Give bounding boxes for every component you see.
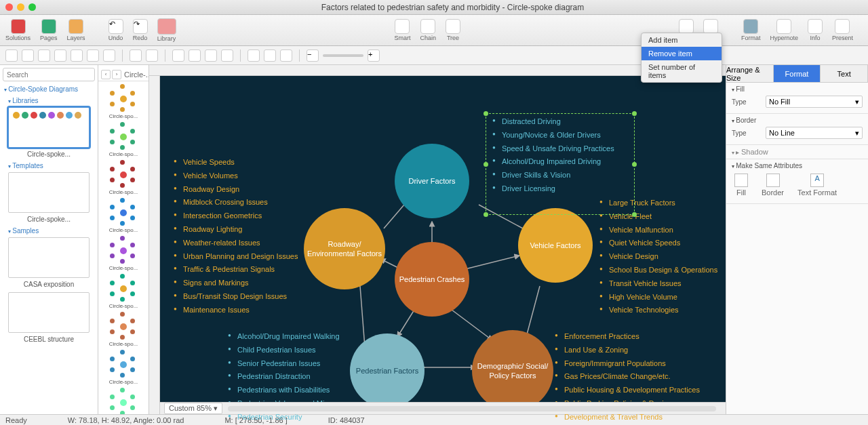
list-item[interactable]: High Vehicle Volume — [599, 291, 717, 304]
list-item[interactable]: Vehicle Technologies — [599, 304, 717, 317]
selection-handle[interactable] — [484, 212, 488, 217]
nav-fwd-icon[interactable]: › — [112, 70, 121, 79]
shape-item[interactable]: Circle-spo... — [98, 351, 149, 385]
shape-item[interactable]: Circle-spo... — [98, 161, 149, 195]
pen-tool[interactable] — [87, 49, 99, 62]
list-item[interactable]: Transit Vehicle Issues — [599, 277, 717, 291]
tab-text[interactable]: Text — [821, 65, 868, 82]
zoom-icon[interactable] — [28, 3, 36, 11]
list-item[interactable]: Roadway Design — [174, 183, 298, 197]
list-item[interactable]: Gas Prices/Climate Change/etc. — [555, 370, 700, 384]
smart-button[interactable]: Smart — [394, 19, 410, 41]
selection-marquee[interactable] — [486, 113, 635, 215]
canvas[interactable]: Pedestrian Crashes Driver Factors Roadwa… — [160, 76, 726, 414]
nav-back-icon[interactable]: ‹ — [101, 70, 111, 79]
fill-type-select[interactable]: No Fill▾ — [766, 96, 863, 108]
list-item[interactable]: Quiet Vehicle Speeds — [599, 237, 717, 250]
fill-tool[interactable] — [146, 49, 158, 62]
search-input[interactable] — [3, 68, 95, 81]
pages-button[interactable]: Pages — [40, 19, 58, 41]
shape-item[interactable]: Circle-spo... — [98, 199, 149, 233]
list-item[interactable]: Enforcement Practices — [555, 330, 700, 344]
zoom-select[interactable]: Custom 85% ▾ — [164, 403, 222, 414]
attr-text-button[interactable]: AText Format — [797, 174, 837, 197]
zoom-out-icon[interactable]: − — [307, 49, 319, 62]
rotate-tool[interactable] — [264, 49, 276, 62]
shape-item[interactable]: Circle-spo... — [98, 85, 149, 119]
shape-item[interactable]: Circle-spo... — [98, 389, 149, 414]
list-item[interactable]: School Bus Design & Operations — [599, 264, 717, 277]
vehicle-node[interactable]: Vehicle Factors — [518, 208, 593, 283]
pointer-tool[interactable] — [5, 49, 18, 62]
center-node[interactable]: Pedestrian Crashes — [395, 242, 469, 317]
list-item[interactable]: Child Pedestrian Issues — [228, 344, 340, 357]
hand-tool[interactable] — [248, 49, 260, 62]
list-item[interactable]: Traffic & Pedestrian Signals — [174, 263, 298, 277]
shape-item[interactable]: Circle-spo... — [98, 123, 149, 157]
eyedropper-tool[interactable] — [280, 49, 292, 62]
selection-handle[interactable] — [632, 212, 637, 217]
list-item[interactable]: Weather-related Issues — [174, 237, 298, 250]
group-tool[interactable] — [172, 49, 184, 62]
horizontal-scrollbar[interactable] — [228, 406, 716, 411]
list-item[interactable]: Bus/Transit Stop Design Issues — [174, 290, 298, 304]
selection-handle[interactable] — [484, 111, 488, 116]
demographic-node[interactable]: Demographic/ Social/ Policy Factors — [472, 330, 553, 411]
list-item[interactable]: Vehicle Malfunction — [599, 224, 717, 237]
solutions-button[interactable]: Solutions — [5, 19, 31, 41]
align-tool[interactable] — [205, 49, 217, 62]
shapes-tab[interactable]: ‹› Circle-... — [98, 68, 149, 81]
menu-remove-item[interactable]: Remove item — [642, 47, 722, 60]
list-item[interactable]: Pedestrian Distraction — [228, 370, 340, 384]
window-controls[interactable] — [5, 3, 36, 11]
border-type-select[interactable]: No Line▾ — [766, 127, 863, 139]
menu-set-number[interactable]: Set number of items — [642, 60, 722, 82]
selection-handle[interactable] — [484, 162, 488, 167]
border-section[interactable]: Border — [732, 117, 863, 124]
make-same-section[interactable]: Make Same Attributes — [732, 162, 863, 169]
list-item[interactable]: Urban Planning and Design Issues — [174, 250, 298, 264]
list-item[interactable]: Land Use & Zoning — [555, 344, 700, 357]
list-item[interactable]: Signs and Markings — [174, 277, 298, 290]
ellipse-tool[interactable] — [54, 49, 66, 62]
samples-section[interactable]: Samples — [8, 227, 95, 235]
attr-border-button[interactable]: Border — [762, 174, 784, 197]
zoom-slider[interactable] — [323, 54, 363, 57]
ungroup-tool[interactable] — [189, 49, 201, 62]
shape-item[interactable]: Circle-spo... — [98, 237, 149, 271]
chain-button[interactable]: Chain — [420, 19, 437, 41]
shape-item[interactable]: Circle-spo... — [98, 313, 149, 347]
sample-thumb-1[interactable] — [8, 237, 90, 278]
libraries-section[interactable]: Libraries — [8, 97, 95, 104]
list-item[interactable]: Roadway Lighting — [174, 223, 298, 237]
list-item[interactable]: Intersection Geometrics — [174, 209, 298, 223]
present-button[interactable]: Present — [832, 19, 853, 41]
shadow-section[interactable]: ▸ Shadow — [732, 148, 863, 156]
root-section[interactable]: Circle-Spoke Diagrams — [4, 85, 95, 93]
redo-button[interactable]: ↷Redo — [133, 19, 148, 41]
brush-tool[interactable] — [130, 49, 142, 62]
sample-thumb-2[interactable] — [8, 292, 90, 333]
canvas-area[interactable]: Pedestrian Crashes Driver Factors Roadwa… — [149, 65, 726, 414]
fill-section[interactable]: Fill — [732, 85, 863, 93]
hypernote-button[interactable]: Hypernote — [770, 19, 798, 41]
distribute-tool[interactable] — [221, 49, 233, 62]
close-icon[interactable] — [5, 3, 13, 11]
list-item[interactable]: Vehicle Design — [599, 250, 717, 264]
list-item[interactable]: Senior Pedestrian Issues — [228, 357, 340, 371]
rect-tool[interactable] — [38, 49, 50, 62]
line-tool[interactable] — [22, 49, 34, 62]
list-item[interactable]: Vehicle Volumes — [174, 169, 298, 183]
driver-node[interactable]: Driver Factors — [395, 144, 469, 218]
info-button[interactable]: Info — [808, 19, 823, 41]
tab-format[interactable]: Format — [774, 65, 821, 82]
library-thumb-1[interactable] — [8, 107, 90, 148]
zoom-in-icon[interactable]: + — [368, 49, 380, 62]
tab-arrange[interactable]: Arrange & Size — [726, 65, 774, 82]
roadway-node[interactable]: Roadway/ Environmental Factors — [304, 208, 385, 289]
shape-item[interactable]: Circle-spo... — [98, 275, 149, 309]
text-tool[interactable] — [71, 49, 83, 62]
list-item[interactable]: Foreign/Immigrant Populations — [555, 357, 700, 371]
minimize-icon[interactable] — [17, 3, 24, 11]
list-item[interactable]: Midblock Crossing Issues — [174, 196, 298, 209]
